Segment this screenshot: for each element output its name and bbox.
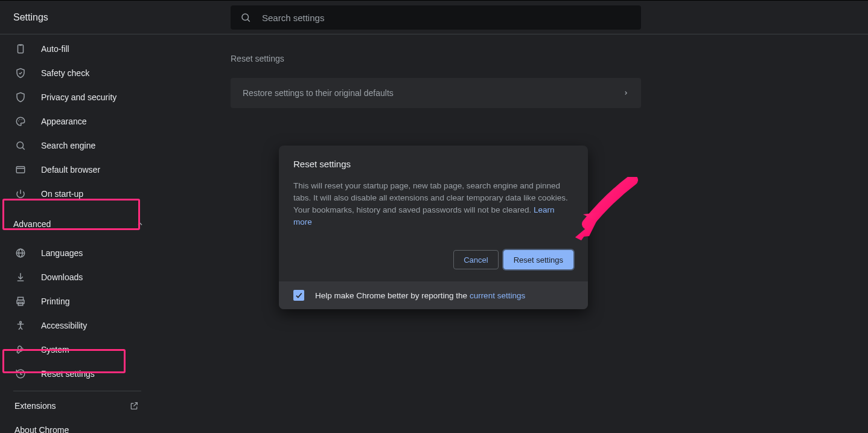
sidebar-item-label: Default browser bbox=[41, 165, 100, 175]
svg-point-4 bbox=[18, 121, 19, 122]
browser-icon bbox=[14, 164, 27, 176]
external-link-icon bbox=[129, 401, 139, 411]
globe-icon bbox=[14, 247, 27, 259]
svg-rect-3 bbox=[19, 45, 22, 46]
dialog-footer: Help make Chrome better by reporting the… bbox=[279, 281, 588, 309]
svg-line-1 bbox=[247, 19, 249, 21]
chevron-up-icon bbox=[136, 220, 144, 228]
sidebar-item-label: Downloads bbox=[41, 272, 83, 282]
sidebar-item-system[interactable]: System bbox=[0, 338, 150, 362]
sidebar-item-label: Appearance bbox=[41, 117, 87, 126]
svg-point-0 bbox=[242, 14, 249, 21]
sidebar-item-autofill[interactable]: Auto-fill bbox=[0, 37, 150, 61]
sidebar-divider bbox=[13, 391, 141, 391]
sidebar-item-label: Reset settings bbox=[41, 369, 95, 379]
chevron-right-icon bbox=[623, 90, 629, 96]
sidebar-item-label: Printing bbox=[41, 297, 69, 306]
sidebar-item-label: System bbox=[41, 345, 69, 354]
dialog-body-text: This will reset your startup page, new t… bbox=[293, 181, 568, 214]
dialog-actions: Cancel Reset settings bbox=[293, 250, 573, 269]
svg-point-5 bbox=[19, 119, 21, 120]
shield-icon bbox=[14, 91, 27, 103]
sidebar-section-label: Advanced bbox=[13, 219, 51, 229]
accessibility-icon bbox=[14, 319, 27, 332]
sidebar-item-label: On start-up bbox=[41, 189, 83, 199]
sidebar: Auto-fill Safety check Privacy and secur… bbox=[0, 34, 155, 433]
search-box[interactable] bbox=[231, 5, 641, 30]
svg-line-8 bbox=[22, 147, 24, 149]
palette-icon bbox=[14, 115, 27, 127]
sidebar-item-search-engine[interactable]: Search engine bbox=[0, 133, 150, 158]
sidebar-item-downloads[interactable]: Downloads bbox=[0, 265, 150, 289]
restore-icon bbox=[14, 368, 27, 380]
section-title: Reset settings bbox=[231, 54, 868, 63]
dialog-description: This will reset your startup page, new t… bbox=[293, 180, 573, 228]
sidebar-item-languages[interactable]: Languages bbox=[0, 241, 150, 265]
sidebar-item-default-browser[interactable]: Default browser bbox=[0, 158, 150, 182]
sidebar-item-safety-check[interactable]: Safety check bbox=[0, 61, 150, 85]
sidebar-item-startup[interactable]: On start-up bbox=[0, 182, 150, 206]
page-title: Settings bbox=[13, 12, 48, 23]
svg-point-18 bbox=[20, 321, 22, 323]
print-icon bbox=[14, 295, 27, 307]
search-input[interactable] bbox=[262, 13, 631, 23]
sidebar-item-label: Languages bbox=[41, 248, 83, 258]
sidebar-item-label: Search engine bbox=[41, 141, 95, 150]
sidebar-item-about[interactable]: About Chrome bbox=[0, 418, 150, 433]
svg-rect-2 bbox=[18, 45, 24, 53]
search-icon bbox=[240, 12, 251, 23]
sidebar-item-label: Safety check bbox=[41, 68, 89, 78]
reset-settings-button[interactable]: Reset settings bbox=[503, 250, 573, 269]
dialog-body: Reset settings This will reset your star… bbox=[279, 146, 588, 281]
autofill-icon bbox=[14, 43, 27, 55]
shield-check-icon bbox=[14, 67, 27, 79]
dialog-title: Reset settings bbox=[293, 159, 573, 169]
sidebar-item-label: Accessibility bbox=[41, 321, 87, 330]
sidebar-item-accessibility[interactable]: Accessibility bbox=[0, 313, 150, 338]
sidebar-item-label: Privacy and security bbox=[41, 92, 116, 102]
restore-defaults-row[interactable]: Restore settings to their original defau… bbox=[231, 78, 641, 108]
reset-settings-dialog: Reset settings This will reset your star… bbox=[279, 146, 588, 309]
report-checkbox[interactable] bbox=[293, 290, 304, 301]
dialog-footer-text: Help make Chrome better by reporting the… bbox=[315, 291, 525, 300]
sidebar-item-label: About Chrome bbox=[14, 425, 69, 433]
svg-point-6 bbox=[22, 119, 23, 120]
download-icon bbox=[14, 271, 27, 283]
sidebar-item-label: Auto-fill bbox=[41, 44, 69, 54]
sidebar-section-advanced[interactable]: Advanced bbox=[0, 212, 155, 236]
wrench-icon bbox=[14, 344, 27, 356]
row-label: Restore settings to their original defau… bbox=[243, 88, 394, 98]
sidebar-item-label: Extensions bbox=[14, 401, 56, 411]
sidebar-item-printing[interactable]: Printing bbox=[0, 289, 150, 313]
cancel-button[interactable]: Cancel bbox=[453, 250, 498, 269]
svg-point-7 bbox=[17, 142, 24, 149]
current-settings-link[interactable]: current settings bbox=[470, 291, 525, 300]
sidebar-item-privacy[interactable]: Privacy and security bbox=[0, 85, 150, 109]
search-icon bbox=[14, 140, 27, 152]
power-icon bbox=[14, 188, 27, 200]
header: Settings bbox=[0, 0, 868, 34]
sidebar-item-extensions[interactable]: Extensions bbox=[0, 394, 150, 418]
sidebar-item-reset-settings[interactable]: Reset settings bbox=[0, 362, 150, 386]
svg-rect-9 bbox=[16, 167, 25, 173]
sidebar-item-appearance[interactable]: Appearance bbox=[0, 109, 150, 133]
help-text-prefix: Help make Chrome better by reporting the bbox=[315, 291, 470, 300]
